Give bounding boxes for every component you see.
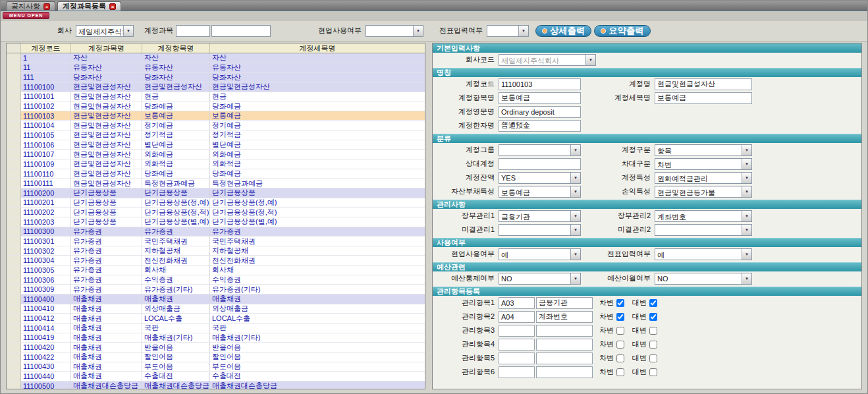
ledger1-select[interactable]: 금융기관 ▼ bbox=[499, 210, 581, 222]
tab-account-registration[interactable]: 계정과목등록 × bbox=[57, 1, 121, 11]
mgmt-item-code-input[interactable] bbox=[499, 339, 535, 351]
mgmt-item-name-input[interactable] bbox=[536, 352, 593, 364]
account-code-input[interactable] bbox=[499, 78, 581, 90]
table-row[interactable]: 111당좌자산당좌자산당좌자산 bbox=[7, 72, 425, 82]
credit-checkbox[interactable] bbox=[649, 354, 657, 362]
debit-checkbox[interactable] bbox=[616, 341, 624, 349]
table-row[interactable]: 11100106현금및현금성자산별단예금별단예금 bbox=[7, 140, 425, 150]
debit-checkbox[interactable] bbox=[616, 313, 624, 321]
debit-checkbox[interactable] bbox=[616, 327, 624, 335]
table-row[interactable]: 11100105현금및현금성자산정기적금정기적금 bbox=[7, 130, 425, 140]
company-code-select[interactable]: 제일제지주식회사 ▼ bbox=[499, 54, 596, 66]
menu-open-button[interactable]: MENU OPEN bbox=[3, 12, 49, 19]
company-select[interactable]: 제일제지주식회사 ▼ bbox=[76, 25, 134, 37]
mgmt-item-code-input[interactable] bbox=[499, 297, 535, 309]
table-row[interactable]: 11100202단기금융상품단기금융상품(정,적)단기금융상품(정,적) bbox=[7, 208, 425, 217]
pending2-select[interactable]: ▼ bbox=[655, 224, 752, 236]
table-cell: 매출채권 bbox=[71, 352, 142, 362]
credit-checkbox[interactable] bbox=[649, 299, 657, 307]
mgmt-item-name-input[interactable] bbox=[536, 325, 593, 337]
debit-checkbox[interactable] bbox=[616, 299, 624, 307]
table-row[interactable]: 11100430매출채권부도어음부도어음 bbox=[7, 362, 425, 372]
account-balance-select[interactable]: YES ▼ bbox=[499, 172, 581, 184]
table-row[interactable]: 11100300유가증권유가증권유가증권 bbox=[7, 227, 425, 237]
table-row[interactable]: 11100100현금및현금성자산현금및현금성자산현금및현금성자산 bbox=[7, 82, 425, 92]
table-row[interactable]: 11100414매출채권국판국판 bbox=[7, 324, 425, 333]
pending1-select[interactable]: ▼ bbox=[499, 224, 581, 236]
table-row[interactable]: 11100111현금및현금성자산특정현금과예금특정현금과예금 bbox=[7, 179, 425, 188]
mgmt-item-code-input[interactable] bbox=[499, 311, 535, 323]
summary-print-button[interactable]: 요약출력 bbox=[594, 25, 650, 37]
table-row[interactable]: 11100103현금및현금성자산보통예금보통예금 bbox=[7, 111, 425, 121]
table-row[interactable]: 11100101현금및현금성자산현금현금 bbox=[7, 92, 425, 102]
tab-notice[interactable]: 공지사항 × bbox=[6, 1, 55, 11]
table-row[interactable]: 11100412매출채권LOCAL수출LOCAL수출 bbox=[7, 314, 425, 324]
close-icon[interactable]: × bbox=[43, 3, 50, 10]
table-row[interactable]: 11100301유가증권국민주택채권국민주택채권 bbox=[7, 237, 425, 246]
budget-control-select[interactable]: NO ▼ bbox=[499, 273, 581, 285]
table-row[interactable]: 11100306유가증권수익증권수익증권 bbox=[7, 275, 425, 285]
table-row[interactable]: 11100110현금및현금성자산당좌예금당좌예금 bbox=[7, 169, 425, 179]
table-row[interactable]: 11100109현금및현금성자산외화적금외화적금 bbox=[7, 159, 425, 169]
table-row[interactable]: 11100420매출채권받을어음받을어음 bbox=[7, 343, 425, 352]
account-name-input[interactable] bbox=[655, 78, 752, 90]
detail-name-input[interactable] bbox=[655, 92, 752, 104]
table-row[interactable]: 11100104현금및현금성자산정기예금정기예금 bbox=[7, 121, 425, 130]
table-row[interactable]: 11100200단기금융상품단기금융상품단기금융상품 bbox=[7, 188, 425, 198]
credit-checkbox[interactable] bbox=[649, 368, 657, 376]
slip-input-select[interactable]: 예 ▼ bbox=[655, 248, 752, 260]
account-characteristic-select[interactable]: 원화예적금관리 ▼ bbox=[655, 172, 752, 184]
table-row[interactable]: 11100201단기금융상품단기금융상품(정,예)단기금융상품(정,예) bbox=[7, 198, 425, 208]
table-cell: 단기금융상품 bbox=[71, 188, 142, 198]
account-division-select[interactable]: 항목 ▼ bbox=[655, 144, 752, 156]
mgmt-item-code-input[interactable] bbox=[499, 352, 535, 364]
item-name-input[interactable] bbox=[499, 92, 581, 104]
table-row[interactable]: 11100500매출채권대손충당금매출채권대손충당금매출채권대손충당금 bbox=[7, 381, 425, 389]
debit-checkbox[interactable] bbox=[616, 354, 624, 362]
table-row[interactable]: 11100422매출채권할인어음할인어음 bbox=[7, 352, 425, 362]
table-row[interactable]: 11100309유가증권유가증권(기타)유가증권(기타) bbox=[7, 285, 425, 295]
mgmt-item-name-input[interactable] bbox=[536, 366, 593, 378]
asset-liability-select[interactable]: 보통예금 ▼ bbox=[499, 186, 581, 198]
detail-print-button[interactable]: 상세출력 bbox=[535, 25, 591, 37]
account-code-filter-input[interactable] bbox=[176, 25, 210, 37]
credit-checkbox[interactable] bbox=[649, 327, 657, 335]
budget-carryover-select[interactable]: NO ▼ bbox=[655, 273, 752, 285]
table-cell: 국판 bbox=[142, 324, 210, 333]
dc-division-select[interactable]: 차변 ▼ bbox=[655, 158, 752, 170]
field-use-filter-select[interactable]: ▼ bbox=[366, 25, 423, 37]
mgmt-item-code-input[interactable] bbox=[499, 325, 535, 337]
table-row[interactable]: 11100400매출채권매출채권매출채권 bbox=[7, 295, 425, 304]
mgmt-item-name-input[interactable] bbox=[536, 339, 593, 351]
table-row[interactable]: 11100304유가증권전신전화채권전신전화채권 bbox=[7, 256, 425, 266]
table-row[interactable]: 11100102현금및현금성자산당좌예금당좌예금 bbox=[7, 101, 425, 111]
profit-loss-select[interactable]: 현금및현금등가물 ▼ bbox=[655, 186, 752, 198]
table-cell: 현금및현금성자산 bbox=[71, 140, 142, 150]
field-use-select[interactable]: 예 ▼ bbox=[499, 248, 581, 260]
mgmt-item-name-input[interactable] bbox=[536, 311, 593, 323]
hanja-name-input[interactable] bbox=[499, 120, 581, 132]
table-row[interactable]: 11100107현금및현금성자산외화예금외화예금 bbox=[7, 150, 425, 159]
ledger2-select[interactable]: 계좌번호 ▼ bbox=[655, 210, 752, 222]
table-row[interactable]: 11100419매출채권매출채권(기타)매출채권(기타) bbox=[7, 333, 425, 343]
english-name-input[interactable] bbox=[499, 106, 581, 118]
pending2-label: 미결관리2 bbox=[581, 225, 655, 235]
table-row[interactable]: 1자산자산자산 bbox=[7, 53, 425, 63]
table-row[interactable]: 11100302유가증권지하철공채지하철공채 bbox=[7, 246, 425, 256]
mgmt-item-name-input[interactable] bbox=[536, 297, 593, 309]
table-row[interactable]: 11100305유가증권회사채회사채 bbox=[7, 266, 425, 275]
table-cell: 매출채권(기타) bbox=[210, 333, 425, 343]
slip-input-filter-select[interactable]: ▼ bbox=[487, 25, 529, 37]
account-group-select[interactable]: ▼ bbox=[499, 144, 581, 156]
mgmt-item-code-input[interactable] bbox=[499, 366, 535, 378]
credit-checkbox[interactable] bbox=[649, 341, 657, 349]
table-row[interactable]: 11100440매출채권수출대전수출대전 bbox=[7, 372, 425, 381]
close-icon[interactable]: × bbox=[109, 3, 116, 10]
debit-checkbox[interactable] bbox=[616, 368, 624, 376]
counter-account-input[interactable] bbox=[499, 158, 581, 170]
table-row[interactable]: 11100203단기금융상품단기금융상품(별,예)단기금융상품(별,예) bbox=[7, 217, 425, 227]
credit-checkbox[interactable] bbox=[649, 313, 657, 321]
table-row[interactable]: 11100410매출채권외상매출금외상매출금 bbox=[7, 304, 425, 314]
account-name-filter-input[interactable] bbox=[211, 25, 271, 37]
table-row[interactable]: 11유동자산유동자산유동자산 bbox=[7, 63, 425, 73]
